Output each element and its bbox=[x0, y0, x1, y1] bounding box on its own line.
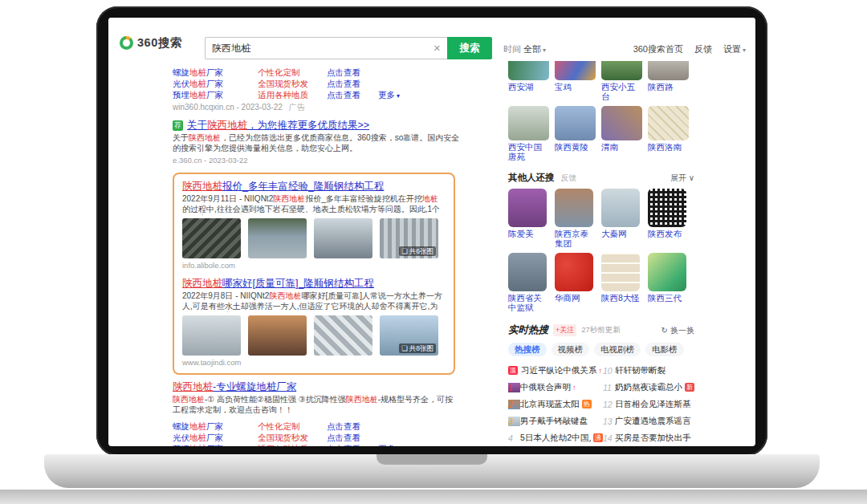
ad-keyword-link[interactable]: 螺旋地桩厂家 bbox=[173, 421, 258, 432]
ad-more-link[interactable]: 更多▾ bbox=[378, 90, 400, 100]
place-image[interactable] bbox=[508, 61, 549, 80]
hot-rank: 10 bbox=[603, 366, 615, 376]
hot-search-item[interactable]: 2 北京再现蓝太阳 热 bbox=[508, 396, 603, 413]
hot-search-item[interactable]: 1 中俄联合声明 ↑ bbox=[508, 379, 603, 396]
place-link[interactable]: 渭南 bbox=[601, 142, 642, 152]
result-title-link[interactable]: 陕西地桩-专业螺旋地桩厂家 bbox=[173, 381, 460, 393]
hot-search-item[interactable]: 4 5日本人抢劫2中国人 沸 bbox=[508, 429, 603, 446]
hot-text: 北京再现蓝太阳 bbox=[520, 399, 580, 410]
related-link[interactable]: 大秦网 bbox=[601, 229, 642, 238]
hot-search-item[interactable]: 13 广安遭遇地震系谣言 bbox=[603, 413, 694, 429]
tab-movie-list[interactable]: 电影榜 bbox=[645, 343, 684, 356]
hot-search-item[interactable]: 3 男子戴手铐敲键盘 bbox=[508, 413, 603, 429]
hot-search-item[interactable]: 顶 习近平纵论中俄关系 ↑ bbox=[508, 362, 603, 379]
ad-action-link[interactable]: 点击查看 bbox=[327, 90, 373, 100]
result-thumbnail[interactable] bbox=[248, 315, 307, 356]
related-feedback-link[interactable]: 反馈 bbox=[561, 173, 577, 184]
related-link[interactable]: 陕西三代 bbox=[648, 293, 689, 303]
place-image[interactable] bbox=[601, 61, 642, 80]
hot-search-item[interactable]: 10 轩轩韧带断裂 bbox=[603, 362, 694, 379]
related-link[interactable]: 华商网 bbox=[555, 293, 596, 303]
place-image[interactable] bbox=[601, 106, 642, 140]
related-cell: 大秦网 bbox=[601, 189, 642, 248]
ad-desc-link[interactable]: 个性化定制 bbox=[258, 67, 327, 78]
related-cell: 华商网 bbox=[555, 253, 596, 312]
ad-desc-link[interactable]: 全国现货秒发 bbox=[258, 433, 327, 443]
place-link[interactable]: 西安湖 bbox=[508, 82, 549, 91]
ad-action-link[interactable]: 点击查看 bbox=[327, 433, 373, 443]
place-link[interactable]: 陕西路 bbox=[648, 82, 689, 91]
feedback-link[interactable]: 反馈 bbox=[694, 43, 712, 55]
related-link[interactable]: 陕西发布 bbox=[648, 229, 689, 238]
related-link[interactable]: 陕西京泰集团 bbox=[555, 229, 596, 248]
ad-action-link[interactable]: 点击查看 bbox=[327, 79, 373, 89]
hot-search-item[interactable]: 11 奶奶熬夜读霸总小说 新 bbox=[603, 379, 694, 396]
related-link[interactable]: 陈爱美 bbox=[508, 229, 549, 238]
related-image[interactable] bbox=[601, 189, 640, 227]
place-image[interactable] bbox=[508, 106, 549, 140]
result-thumbnail[interactable]: ❏共8张图 bbox=[380, 315, 438, 356]
ad-action-link[interactable]: 点击查看 bbox=[327, 67, 373, 78]
result-thumbnail[interactable] bbox=[314, 218, 372, 258]
hot-search-item[interactable]: 12 日首相会见泽连斯基 bbox=[603, 396, 694, 413]
ad-desc-link[interactable]: 适用各种地质 bbox=[258, 90, 327, 100]
ad-action-link[interactable]: 点击查看 bbox=[327, 421, 373, 432]
related-title: 其他人还搜 bbox=[508, 172, 555, 184]
ad-text: 厂家 bbox=[206, 90, 223, 100]
tab-video-list[interactable]: 视频榜 bbox=[552, 343, 590, 356]
result-thumbnail[interactable] bbox=[314, 315, 372, 356]
result-thumbnail[interactable]: ❏共6张图 bbox=[380, 218, 438, 258]
related-link[interactable]: 陕西省关中监狱 bbox=[508, 293, 549, 312]
chevron-down-icon: ▾ bbox=[543, 47, 546, 54]
ad-keyword-link[interactable]: 光伏地桩厂家 bbox=[173, 433, 258, 443]
ad-highlight: 地桩 bbox=[189, 79, 206, 88]
result-title-link[interactable]: 陕西地桩报价_多年丰富经验_隆顺钢结构工程 bbox=[182, 181, 446, 193]
related-image[interactable] bbox=[508, 189, 547, 227]
home-link[interactable]: 360搜索首页 bbox=[633, 43, 683, 55]
tab-hot-list[interactable]: 热搜榜 bbox=[508, 343, 547, 356]
ad-keyword-link[interactable]: 预埋地桩厂家 bbox=[173, 444, 258, 446]
related-header: 其他人还搜 反馈 展开 ∨ bbox=[508, 172, 694, 184]
related-image[interactable] bbox=[601, 253, 640, 291]
ad-more-link[interactable]: 更多▾ bbox=[378, 444, 400, 446]
360-logo[interactable]: 360搜索 bbox=[120, 35, 182, 51]
expand-toggle[interactable]: 展开 ∨ bbox=[670, 173, 694, 184]
clear-icon[interactable]: ✕ bbox=[434, 43, 441, 54]
result-title-link[interactable]: 荐关于陕西地桩，为您推荐更多优质结果>> bbox=[173, 120, 460, 132]
place-image[interactable] bbox=[555, 61, 596, 80]
place-link[interactable]: 陕西黄陵 bbox=[555, 142, 596, 152]
result-thumbnail[interactable] bbox=[182, 218, 241, 258]
place-link[interactable]: 西安中国唐苑 bbox=[508, 142, 549, 161]
result-title-link[interactable]: 陕西地桩哪家好[质量可靠]_隆顺钢结构工程 bbox=[182, 278, 446, 290]
related-image[interactable] bbox=[555, 253, 593, 291]
settings-dropdown[interactable]: 设置▾ bbox=[723, 43, 746, 55]
result-thumbnail[interactable] bbox=[182, 315, 241, 356]
qr-code-image[interactable] bbox=[648, 189, 686, 227]
ad-keyword-link[interactable]: 光伏地桩厂家 bbox=[173, 79, 258, 89]
related-image[interactable] bbox=[508, 253, 547, 291]
ad-desc-link[interactable]: 个性化定制 bbox=[258, 421, 327, 432]
refresh-button[interactable]: ↻换一换 bbox=[661, 325, 694, 336]
related-image[interactable] bbox=[648, 253, 686, 291]
place-image[interactable] bbox=[555, 106, 596, 140]
follow-badge[interactable]: +关注 bbox=[553, 324, 576, 336]
ad-keyword-link[interactable]: 螺旋地桩厂家 bbox=[173, 67, 258, 78]
related-link[interactable]: 陕西8大怪 bbox=[601, 293, 642, 303]
ad-text: 厂家 bbox=[206, 444, 223, 446]
search-button[interactable]: 搜索 bbox=[447, 37, 492, 59]
tab-tv-list[interactable]: 电视剧榜 bbox=[594, 343, 641, 356]
time-filter-dropdown[interactable]: 时间全部▾ bbox=[503, 43, 546, 55]
ad-desc-link[interactable]: 适用各种地质 bbox=[258, 444, 327, 446]
ad-action-link[interactable]: 点击查看 bbox=[327, 444, 373, 446]
place-image[interactable] bbox=[648, 61, 689, 80]
ad-desc-link[interactable]: 全国现货秒发 bbox=[258, 79, 327, 89]
ad-keyword-link[interactable]: 预埋地桩厂家 bbox=[173, 90, 258, 100]
search-input[interactable]: 陕西地桩 ✕ bbox=[205, 37, 447, 59]
place-link[interactable]: 宝鸡 bbox=[555, 82, 596, 91]
result-thumbnail[interactable] bbox=[248, 218, 307, 258]
place-link[interactable]: 陕西洛南 bbox=[648, 142, 689, 152]
place-link[interactable]: 西安小五台 bbox=[601, 82, 642, 101]
hot-search-item[interactable]: 14 买房是否要加快出手 bbox=[603, 429, 694, 446]
related-image[interactable] bbox=[555, 189, 593, 227]
place-image[interactable] bbox=[648, 106, 689, 140]
